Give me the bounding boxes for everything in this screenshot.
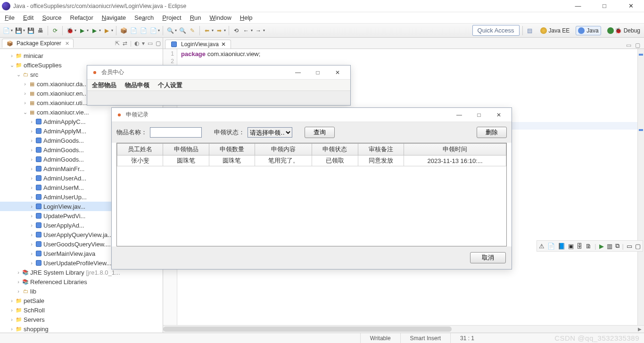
terminal-view-icon[interactable]: ▥: [607, 243, 612, 250]
cancel-button[interactable]: 取消: [470, 252, 506, 263]
new-enum-icon[interactable]: 📄: [149, 26, 157, 35]
coverage-icon[interactable]: ▶: [102, 26, 111, 35]
tree-item[interactable]: AdminUserUp...: [43, 194, 87, 201]
menu-run[interactable]: Run: [186, 13, 205, 23]
problems-view-icon[interactable]: ⚠: [539, 243, 545, 250]
scrollbar-arrow-right[interactable]: ▶: [636, 326, 643, 333]
dialog2-minimize-button[interactable]: —: [450, 110, 468, 120]
nav-fwd-icon[interactable]: ➡: [215, 26, 223, 35]
open-type-icon[interactable]: 🔍: [166, 26, 174, 35]
collapse-all-icon[interactable]: ⇱: [115, 40, 120, 47]
dialog1-maximize-button[interactable]: □: [309, 67, 327, 78]
tree-item[interactable]: AdminGoods...: [43, 147, 84, 154]
table-row[interactable]: 张小斐 圆珠笔 圆珠笔 笔用完了。 已领取 同意发放 2023-11-13 16…: [117, 155, 506, 166]
menu-edit[interactable]: Edit: [19, 13, 37, 23]
menu-file[interactable]: FFileile: [1, 13, 18, 23]
console-view-icon[interactable]: ▣: [568, 243, 574, 250]
menu-apply-goods[interactable]: 物品申领: [125, 81, 149, 90]
tree-item[interactable]: JRE System Library: [30, 269, 84, 276]
col-time[interactable]: 申领时间: [404, 144, 506, 155]
open-perspective-icon[interactable]: ▤: [526, 26, 534, 35]
print-icon[interactable]: 🖶: [36, 26, 45, 35]
annotate-icon[interactable]: ✎: [188, 26, 197, 35]
tree-item[interactable]: shopping: [24, 326, 49, 333]
dialog2-close-button[interactable]: ✕: [490, 110, 508, 120]
tree-item[interactable]: officeSupplies: [24, 62, 62, 69]
tree-item[interactable]: UserGoodsQueryView....: [43, 241, 111, 248]
search-icon[interactable]: 🔍: [178, 26, 187, 35]
progress-view-icon[interactable]: ⧉: [615, 242, 619, 250]
maximize-editor-icon[interactable]: ▢: [635, 42, 640, 49]
new-class-icon[interactable]: 📄: [129, 26, 138, 35]
apply-record-table[interactable]: 员工姓名 申领物品 申领数量 申领内容 申领状态 审核备注 申领时间 张小斐 圆…: [116, 143, 507, 246]
tree-item[interactable]: AdminGoods...: [43, 156, 84, 163]
tree-item[interactable]: com.xiaoniucr.da...: [37, 81, 88, 88]
package-explorer-tab[interactable]: 📦 Package Explorer ✕: [2, 39, 74, 48]
minimize-bar-icon[interactable]: ▭: [627, 243, 632, 250]
tree-item[interactable]: UserMainView.java: [43, 250, 95, 257]
overview-ruler[interactable]: [637, 49, 644, 333]
debug-icon[interactable]: 🐞: [66, 26, 74, 35]
focus-task-icon[interactable]: ◐: [134, 40, 139, 47]
maximize-view-icon[interactable]: ▢: [156, 40, 161, 47]
tree-item[interactable]: petSale: [24, 297, 44, 304]
save-icon[interactable]: 💾: [14, 26, 23, 35]
close-icon[interactable]: ✕: [65, 41, 69, 47]
window-close-button[interactable]: ✕: [624, 2, 637, 9]
tree-item[interactable]: UserUpdateProfileView...: [43, 260, 111, 267]
perspective-java[interactable]: Java: [576, 26, 601, 35]
tree-item[interactable]: lib: [30, 288, 36, 295]
dialog1-close-button[interactable]: ✕: [329, 67, 347, 78]
tree-item[interactable]: AdminApplyM...: [43, 128, 86, 135]
menu-profile[interactable]: 个人设置: [158, 81, 182, 90]
dialog2-maximize-button[interactable]: □: [470, 110, 488, 120]
dialog1-minimize-button[interactable]: —: [289, 67, 307, 78]
tree-item[interactable]: AdminMainFr...: [43, 165, 84, 172]
window-maximize-button[interactable]: □: [598, 2, 611, 9]
link-editor-icon[interactable]: ⇄: [123, 40, 127, 47]
run-icon[interactable]: ▶: [78, 26, 86, 35]
menu-navigate[interactable]: Navigate: [98, 13, 130, 23]
javadoc-view-icon[interactable]: 📄: [547, 243, 555, 250]
tree-item[interactable]: SchRoll: [24, 307, 45, 314]
delete-button[interactable]: 删除: [477, 127, 507, 138]
tree-item[interactable]: com.xiaoniucr.en...: [37, 90, 88, 97]
view-menu-icon[interactable]: ▾: [142, 40, 145, 47]
servers-view-icon[interactable]: ▶: [599, 243, 604, 250]
query-button[interactable]: 查询: [305, 127, 335, 138]
last-edit-icon[interactable]: ⟲: [232, 26, 240, 35]
window-minimize-button[interactable]: —: [571, 2, 585, 9]
tree-item[interactable]: UserApplyQueryView.ja...: [43, 231, 113, 238]
declaration-view-icon[interactable]: 📘: [558, 243, 565, 250]
tree-item[interactable]: AdminUserM...: [43, 184, 84, 191]
tree-item[interactable]: src: [30, 71, 38, 78]
menu-all-goods[interactable]: 全部物品: [92, 81, 116, 90]
nav-back-icon[interactable]: ⬅: [203, 26, 211, 35]
new-package-icon[interactable]: 📦: [119, 26, 128, 35]
tree-item-selected[interactable]: LoginView.jav...: [43, 203, 85, 210]
build-icon[interactable]: ⟳: [51, 26, 59, 35]
col-employee[interactable]: 员工姓名: [117, 144, 163, 155]
tree-item[interactable]: UserApplyAd...: [43, 222, 84, 229]
save-all-icon[interactable]: 💾: [26, 26, 35, 35]
tree-item[interactable]: UpdatePwdVi...: [43, 212, 85, 220]
col-remark[interactable]: 审核备注: [358, 144, 404, 155]
tree-item[interactable]: AdminUserAd...: [43, 175, 86, 182]
editor-tab-loginview[interactable]: LoginView.java ✕: [165, 40, 231, 49]
restore-bar-icon[interactable]: ▢: [635, 243, 641, 250]
scrollbar-thumb[interactable]: [163, 327, 452, 332]
tree-item[interactable]: AdminGoods...: [43, 137, 84, 144]
col-goods[interactable]: 申领物品: [163, 144, 209, 155]
menu-window[interactable]: Window: [206, 13, 235, 23]
tree-item[interactable]: AdminApplyC...: [43, 118, 86, 125]
tree-item[interactable]: Referenced Libraries: [30, 278, 87, 286]
new-icon[interactable]: 📄: [2, 26, 10, 35]
perspective-debug[interactable]: 🐞Debug: [605, 26, 642, 35]
menu-refactor[interactable]: Refactor: [66, 13, 97, 23]
tree-item[interactable]: com.xiaoniucr.uti...: [37, 99, 88, 106]
menu-project[interactable]: Project: [158, 13, 185, 23]
perspective-javaee[interactable]: Java EE: [538, 26, 572, 35]
new-interface-icon[interactable]: 📄: [139, 26, 148, 35]
data-source-icon[interactable]: 🗄: [577, 243, 583, 250]
fwd-history-icon[interactable]: →: [254, 26, 263, 35]
